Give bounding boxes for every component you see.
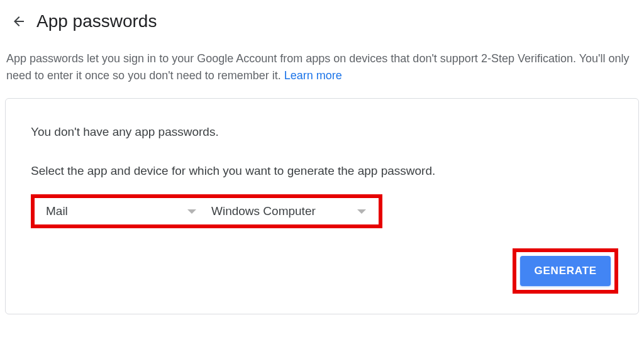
chevron-down-icon [357,209,366,214]
select-app-label: Mail [46,204,187,218]
page-title: App passwords [36,11,157,31]
page-header: App passwords [0,0,644,50]
select-device-label: Windows Computer [211,204,357,218]
learn-more-link[interactable]: Learn more [284,69,342,82]
back-arrow-icon[interactable] [11,14,26,29]
selectors-highlight-box: Mail Windows Computer [31,194,382,228]
select-app-dropdown[interactable]: Mail [40,204,200,218]
generate-button[interactable]: GENERATE [520,256,611,286]
description-block: App passwords let you sign in to your Go… [0,50,644,98]
app-passwords-card: You don't have any app passwords. Select… [5,98,639,314]
generate-row: GENERATE [31,248,618,294]
chevron-down-icon [187,209,196,214]
select-device-dropdown[interactable]: Windows Computer [200,204,370,218]
generate-highlight-box: GENERATE [513,248,618,294]
status-text: You don't have any app passwords. [31,125,618,139]
instruction-text: Select the app and device for which you … [31,164,618,178]
